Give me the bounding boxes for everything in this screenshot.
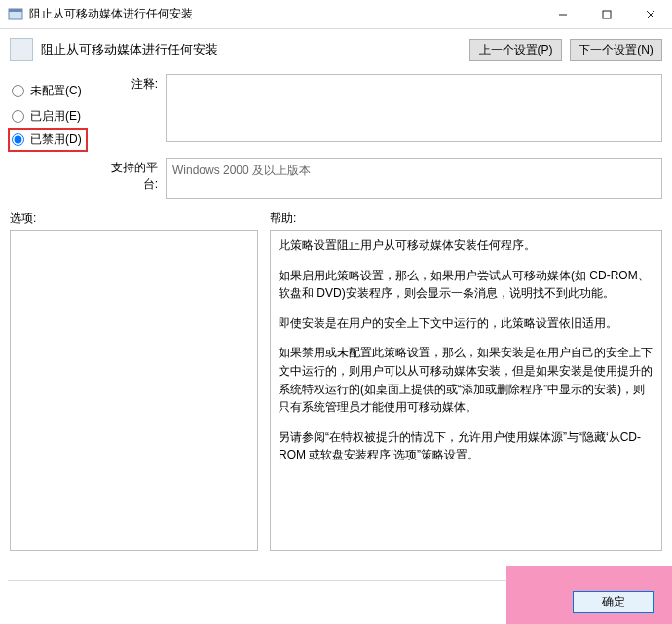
body: 未配置(C) 已启用(E) 已禁用(D) 注释: 支持的平台: Wind xyxy=(0,70,672,551)
next-setting-button[interactable]: 下一个设置(N) xyxy=(570,39,662,61)
radio-enabled-input[interactable] xyxy=(12,110,24,123)
platform-text: Windows 2000 及以上版本 xyxy=(172,164,311,177)
minimize-button[interactable] xyxy=(541,0,584,28)
comment-textarea[interactable] xyxy=(166,74,662,142)
platform-label: 支持的平台: xyxy=(97,158,166,193)
radio-not-configured[interactable]: 未配置(C) xyxy=(10,78,97,103)
state-radio-group: 未配置(C) 已启用(E) 已禁用(D) xyxy=(10,74,97,152)
close-button[interactable] xyxy=(628,0,672,28)
window-controls xyxy=(541,0,672,28)
footer: 确定 xyxy=(0,580,672,624)
window-title: 阻止从可移动媒体进行任何安装 xyxy=(29,6,193,22)
radio-enabled-label: 已启用(E) xyxy=(30,108,81,125)
help-paragraph: 如果启用此策略设置，那么，如果用户尝试从可移动媒体(如 CD-ROM、软盘和 D… xyxy=(279,267,653,303)
titlebar-left: 阻止从可移动媒体进行任何安装 xyxy=(8,6,193,22)
policy-icon xyxy=(8,7,23,22)
radio-disabled[interactable]: 已禁用(D) xyxy=(10,131,82,148)
help-box: 此策略设置阻止用户从可移动媒体安装任何程序。 如果启用此策略设置，那么，如果用户… xyxy=(270,230,662,551)
platform-box: Windows 2000 及以上版本 xyxy=(166,158,662,199)
comment-label: 注释: xyxy=(97,74,166,152)
ok-button[interactable]: 确定 xyxy=(573,591,654,613)
highlight-disabled: 已禁用(D) xyxy=(8,128,88,152)
options-box xyxy=(10,230,258,551)
page-title: 阻止从可移动媒体进行任何安装 xyxy=(41,41,218,58)
radio-enabled[interactable]: 已启用(E) xyxy=(10,103,97,128)
policy-large-icon xyxy=(10,38,33,61)
radio-not-configured-input[interactable] xyxy=(12,85,24,97)
radio-not-configured-label: 未配置(C) xyxy=(30,83,82,99)
options-label: 选项: xyxy=(10,210,258,228)
svg-rect-1 xyxy=(9,9,22,12)
help-label: 帮助: xyxy=(270,210,662,228)
titlebar: 阻止从可移动媒体进行任何安装 xyxy=(0,0,672,29)
previous-setting-button[interactable]: 上一个设置(P) xyxy=(469,39,562,61)
header: 阻止从可移动媒体进行任何安装 上一个设置(P) 下一个设置(N) xyxy=(0,29,672,70)
help-paragraph: 此策略设置阻止用户从可移动媒体安装任何程序。 xyxy=(279,237,653,255)
help-paragraph: 另请参阅“在特权被提升的情况下，允许用户使用媒体源”与“隐藏‘从CD-ROM 或… xyxy=(279,428,653,464)
maximize-button[interactable] xyxy=(584,0,628,28)
svg-rect-3 xyxy=(603,11,611,18)
radio-disabled-input[interactable] xyxy=(12,133,24,146)
radio-disabled-label: 已禁用(D) xyxy=(30,131,82,148)
help-paragraph: 如果禁用或未配置此策略设置，那么，如果安装是在用户自己的安全上下文中运行的，则用… xyxy=(279,344,653,416)
help-paragraph: 即使安装是在用户的安全上下文中运行的，此策略设置依旧适用。 xyxy=(279,314,653,333)
